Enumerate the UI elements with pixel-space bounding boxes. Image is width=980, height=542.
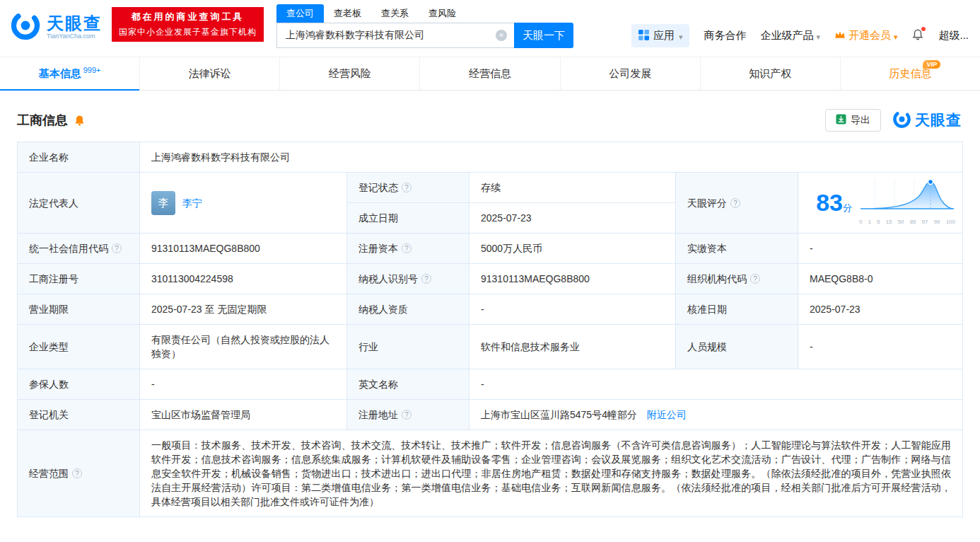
alert-bell-icon[interactable] bbox=[74, 115, 86, 127]
field-label-staff-size: 人员规模 bbox=[676, 325, 798, 369]
open-vip-label: 开通会员 bbox=[848, 29, 891, 42]
help-icon[interactable] bbox=[72, 468, 82, 478]
search-tab-boss[interactable]: 查老板 bbox=[324, 4, 371, 23]
field-label-approval-date: 核准日期 bbox=[676, 294, 798, 325]
field-label-reg-authority: 登记机关 bbox=[18, 400, 140, 430]
grid-icon bbox=[638, 30, 649, 42]
field-label-credit-code: 统一社会信用代码 bbox=[18, 233, 140, 264]
field-value-paid-capital: - bbox=[798, 233, 963, 264]
help-icon[interactable] bbox=[730, 198, 740, 208]
score-number: 83 bbox=[816, 189, 843, 216]
field-value-taxpayer-id: 91310113MAEQG8B800 bbox=[469, 264, 676, 294]
vip-badge: VIP bbox=[923, 60, 940, 69]
field-label-reg-status: 登记状态 bbox=[347, 173, 469, 203]
promo-badge: 都在用的商业查询工具 国家中小企业发展子基金旗下机构 bbox=[112, 7, 264, 42]
tab-company-development[interactable]: 公司发展 bbox=[560, 57, 700, 90]
help-icon[interactable] bbox=[112, 243, 122, 253]
field-label-business-scope: 经营范围 bbox=[18, 430, 140, 517]
export-button[interactable]: 导出 bbox=[825, 109, 881, 132]
field-value-establish-date: 2025-07-23 bbox=[469, 203, 676, 233]
tianyancha-logo-icon bbox=[10, 10, 41, 44]
field-label-reg-capital: 注册资本 bbox=[347, 233, 469, 264]
chevron-down-icon bbox=[816, 30, 820, 42]
promo-line-2: 国家中小企业发展子基金旗下机构 bbox=[119, 26, 257, 38]
export-label: 导出 bbox=[851, 114, 870, 127]
field-label-english-name: 英文名称 bbox=[347, 369, 469, 400]
table-row: 工商注册号 310113004224598 纳税人识别号 91310113MAE… bbox=[18, 264, 963, 294]
export-excel-icon bbox=[836, 114, 846, 127]
menu-enterprise[interactable]: 企业级产品 bbox=[760, 29, 820, 42]
field-label-business-term: 营业期限 bbox=[18, 294, 140, 325]
apps-button[interactable]: 应用 bbox=[631, 24, 690, 47]
site-logo-subtitle: TianYanCha.com bbox=[47, 33, 102, 40]
help-icon[interactable] bbox=[402, 243, 412, 253]
tianyancha-logo-icon bbox=[892, 110, 911, 132]
menu-open-vip[interactable]: 开通会员 bbox=[834, 29, 898, 42]
field-label-score: 天眼评分 bbox=[676, 173, 798, 233]
field-value-industry: 软件和信息技术服务业 bbox=[469, 325, 676, 369]
search-tabs: 查公司 查老板 查关系 查风险 bbox=[276, 6, 573, 23]
field-label-establish-date: 成立日期 bbox=[347, 203, 469, 233]
tab-basic-info[interactable]: 基本信息 999+ bbox=[0, 57, 139, 90]
help-icon[interactable] bbox=[421, 274, 431, 284]
top-header: 天眼查 TianYanCha.com 都在用的商业查询工具 国家中小企业发展子基… bbox=[0, 0, 980, 57]
field-value-reg-capital: 5000万人民币 bbox=[469, 233, 676, 264]
nearby-companies-link[interactable]: 附近公司 bbox=[647, 409, 687, 420]
field-label-paid-capital: 实缴资本 bbox=[676, 233, 798, 264]
site-logo[interactable]: 天眼查 TianYanCha.com bbox=[10, 10, 102, 44]
tab-intellectual-property[interactable]: 知识产权 bbox=[700, 57, 840, 90]
score-distribution-chart: 0151550859799100 bbox=[859, 176, 955, 229]
help-icon[interactable] bbox=[402, 183, 412, 192]
notification-bell-icon[interactable] bbox=[911, 28, 924, 44]
field-label-taxpayer-id: 纳税人识别号 bbox=[347, 264, 469, 294]
field-label-company-name: 企业名称 bbox=[18, 142, 140, 173]
brand-watermark-text: 天眼查 bbox=[915, 110, 962, 130]
field-label-taxpayer-quality: 纳税人资质 bbox=[347, 294, 469, 325]
field-label-reg-number: 工商注册号 bbox=[18, 264, 140, 294]
table-row: 企业类型 有限责任公司（自然人投资或控股的法人独资） 行业 软件和信息技术服务业… bbox=[18, 325, 963, 369]
search-tab-company[interactable]: 查公司 bbox=[276, 4, 324, 23]
section-title: 工商信息 bbox=[17, 112, 68, 129]
table-row: 登记机关 宝山区市场监督管理局 注册地址 上海市宝山区蕰川路5475号4幢部分 … bbox=[18, 400, 963, 430]
field-value-org-code: MAEQG8B8-0 bbox=[798, 264, 963, 294]
field-value-reg-authority: 宝山区市场监督管理局 bbox=[140, 400, 347, 430]
legal-rep-avatar[interactable]: 李 bbox=[151, 191, 175, 215]
search-tab-relation[interactable]: 查关系 bbox=[371, 4, 419, 23]
field-value-business-term: 2025-07-23 至 无固定期限 bbox=[140, 294, 347, 325]
field-value-taxpayer-quality: - bbox=[469, 294, 676, 325]
field-value-credit-code: 91310113MAEQG8B800 bbox=[140, 233, 347, 264]
field-value-company-type: 有限责任公司（自然人投资或控股的法人独资） bbox=[140, 325, 347, 369]
notification-dot bbox=[921, 27, 926, 31]
search-block: 查公司 查老板 查关系 查风险 天眼一下 bbox=[276, 6, 573, 48]
table-row: 统一社会信用代码 91310113MAEQG8B800 注册资本 5000万人民… bbox=[18, 233, 963, 264]
search-tab-risk[interactable]: 查风险 bbox=[419, 4, 466, 23]
search-button[interactable]: 天眼一下 bbox=[514, 23, 573, 48]
tab-legal-litigation[interactable]: 法律诉讼 bbox=[139, 57, 279, 90]
business-info-table: 企业名称 上海鸿睿数科数字科技有限公司 法定代表人 李 李宁 登记状态 存续 天… bbox=[17, 142, 963, 517]
table-row: 参保人数 - 英文名称 - bbox=[18, 369, 963, 400]
field-label-reg-address: 注册地址 bbox=[347, 400, 469, 430]
search-input[interactable] bbox=[276, 23, 514, 48]
tab-operation-risk[interactable]: 经营风险 bbox=[279, 57, 419, 90]
menu-cooperation[interactable]: 商务合作 bbox=[704, 29, 746, 42]
site-logo-title: 天眼查 bbox=[47, 14, 102, 32]
table-row: 经营范围 一般项目：技术服务、技术开发、技术咨询、技术交流、技术转让、技术推广；… bbox=[18, 430, 963, 517]
chevron-down-icon bbox=[679, 30, 683, 42]
help-icon[interactable] bbox=[402, 410, 412, 420]
help-icon[interactable] bbox=[750, 274, 760, 284]
menu-super-vip[interactable]: 超级... bbox=[938, 29, 969, 42]
field-value-business-scope: 一般项目：技术服务、技术开发、技术咨询、技术交流、技术转让、技术推广；软件开发；… bbox=[140, 430, 963, 517]
apps-label: 应用 bbox=[653, 29, 675, 42]
field-value-staff-size: - bbox=[798, 325, 963, 369]
field-value-reg-number: 310113004224598 bbox=[140, 264, 347, 294]
tab-basic-info-count: 999+ bbox=[83, 66, 101, 74]
tab-history-info[interactable]: 历史信息 VIP bbox=[840, 57, 980, 90]
clear-search-icon[interactable] bbox=[496, 30, 507, 41]
field-label-industry: 行业 bbox=[347, 325, 469, 369]
chevron-down-icon bbox=[894, 30, 898, 42]
field-label-company-type: 企业类型 bbox=[18, 325, 140, 369]
tab-operation-info[interactable]: 经营信息 bbox=[419, 57, 559, 90]
field-value-approval-date: 2025-07-23 bbox=[798, 294, 963, 325]
field-value-company-name: 上海鸿睿数科数字科技有限公司 bbox=[140, 142, 963, 173]
legal-rep-link[interactable]: 李宁 bbox=[182, 196, 202, 210]
